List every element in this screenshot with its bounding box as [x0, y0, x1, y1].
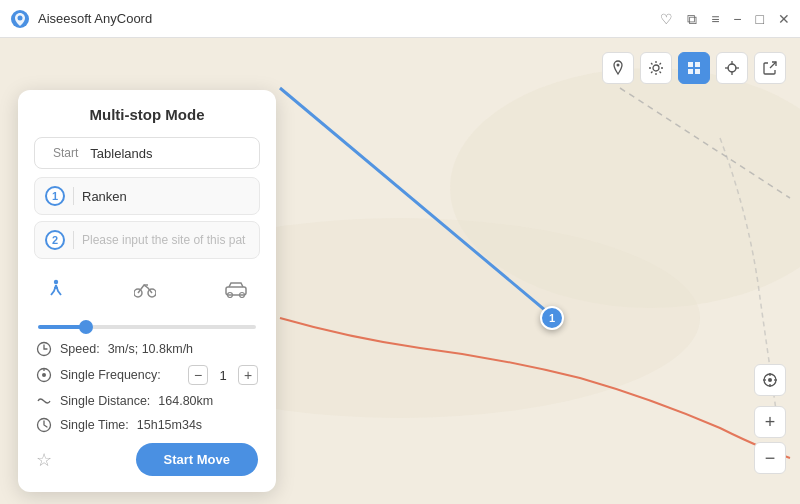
frequency-label: Single Frequency: [60, 368, 161, 382]
frequency-increase-button[interactable]: + [238, 365, 258, 385]
svg-rect-31 [226, 287, 246, 295]
maximize-button[interactable]: □ [756, 12, 764, 26]
speed-icon [36, 341, 52, 357]
bike-mode-button[interactable] [126, 277, 164, 303]
waypoint-circle-2: 2 [45, 230, 65, 250]
zoom-out-button[interactable]: − [754, 442, 786, 474]
titlebar: Aiseesoft AnyCoord ♡ ⧉ ≡ − □ ✕ [0, 0, 800, 38]
car-icon [224, 282, 248, 298]
start-move-button[interactable]: Start Move [136, 443, 258, 476]
start-field: Start [34, 137, 260, 169]
svg-point-19 [768, 378, 772, 382]
frequency-info-row: Single Frequency: − 1 + [34, 365, 260, 385]
map-toolbar [602, 52, 786, 84]
svg-point-1 [18, 15, 23, 20]
distance-label: Single Distance: [60, 394, 150, 408]
slider-row [34, 313, 260, 341]
minimize-button[interactable]: − [733, 12, 741, 26]
app-title: Aiseesoft AnyCoord [38, 11, 152, 26]
walk-icon [46, 279, 66, 301]
frequency-value: 1 [216, 368, 230, 383]
speed-slider[interactable] [38, 325, 256, 329]
distance-icon [36, 393, 52, 409]
waypoint-row-2[interactable]: 2 Please input the site of this pat [34, 221, 260, 259]
crosshair-toolbar-icon [724, 60, 740, 76]
close-button[interactable]: ✕ [778, 12, 790, 26]
app-logo-icon [10, 9, 30, 29]
grid-toolbar-icon [686, 60, 702, 76]
svg-rect-12 [695, 69, 700, 74]
location-button[interactable] [754, 364, 786, 396]
transport-row [34, 265, 260, 309]
speed-info-row: Speed: 3m/s; 10.8km/h [34, 341, 260, 357]
distance-value: 164.80km [158, 394, 213, 408]
waypoint-row-1[interactable]: 1 Ranken [34, 177, 260, 215]
frequency-decrease-button[interactable]: − [188, 365, 208, 385]
svg-rect-11 [688, 69, 693, 74]
zoom-in-button[interactable]: + [754, 406, 786, 438]
time-label: Single Time: [60, 418, 129, 432]
pin-toolbar-icon [610, 60, 626, 76]
svg-point-36 [42, 373, 46, 377]
car-mode-button[interactable] [216, 278, 256, 302]
settings-toolbar-button[interactable] [640, 52, 672, 84]
svg-point-7 [617, 64, 620, 67]
time-icon [36, 417, 52, 433]
map-area[interactable]: 1 [0, 38, 800, 504]
frequency-icon [36, 367, 52, 383]
time-value: 15h15m34s [137, 418, 202, 432]
export-toolbar-icon [762, 60, 778, 76]
waypoint-2-placeholder: Please input the site of this pat [82, 233, 245, 247]
crosshair-toolbar-button[interactable] [716, 52, 748, 84]
svg-point-28 [54, 280, 58, 284]
grid-toolbar-button[interactable] [678, 52, 710, 84]
svg-point-8 [653, 65, 659, 71]
titlebar-controls: ♡ ⧉ ≡ − □ ✕ [660, 12, 790, 26]
location-icon [762, 372, 778, 388]
window-title-icon[interactable]: ⧉ [687, 12, 697, 26]
start-input[interactable] [90, 146, 258, 161]
frequency-controls: − 1 + [188, 365, 258, 385]
pin-toolbar-button[interactable] [602, 52, 634, 84]
svg-point-13 [728, 64, 736, 72]
map-marker-1: 1 [540, 306, 564, 330]
waypoint-divider-2 [73, 231, 74, 249]
bike-icon [134, 281, 156, 299]
menu-title-icon[interactable]: ≡ [711, 12, 719, 26]
time-info-row: Single Time: 15h15m34s [34, 417, 260, 433]
titlebar-left: Aiseesoft AnyCoord [10, 9, 152, 29]
heart-title-icon[interactable]: ♡ [660, 12, 673, 26]
svg-rect-9 [688, 62, 693, 67]
speed-label: Speed: [60, 342, 100, 356]
export-toolbar-button[interactable] [754, 52, 786, 84]
waypoint-1-value: Ranken [82, 189, 249, 204]
panel-title: Multi-stop Mode [34, 106, 260, 123]
settings-toolbar-icon [648, 60, 664, 76]
waypoint-divider-1 [73, 187, 74, 205]
distance-info-row: Single Distance: 164.80km [34, 393, 260, 409]
start-label: Start [53, 146, 78, 160]
zoom-controls: + − [754, 364, 786, 474]
svg-rect-10 [695, 62, 700, 67]
panel: Multi-stop Mode Start 1 Ranken [18, 90, 276, 492]
waypoint-circle-1: 1 [45, 186, 65, 206]
speed-value: 3m/s; 10.8km/h [108, 342, 193, 356]
walk-mode-button[interactable] [38, 275, 74, 305]
panel-actions: ☆ Start Move [34, 443, 260, 476]
favorite-button[interactable]: ☆ [36, 449, 52, 471]
